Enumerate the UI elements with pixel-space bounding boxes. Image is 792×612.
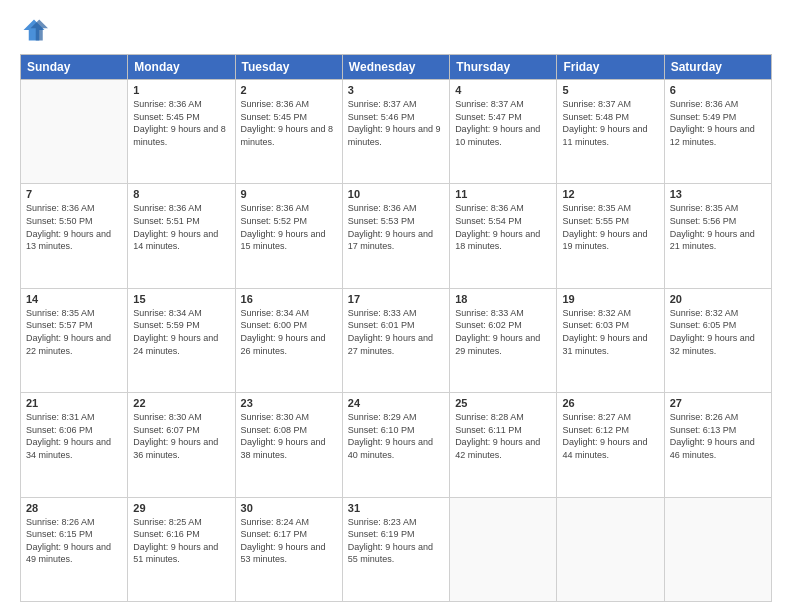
day-number: 21 (26, 397, 122, 409)
day-info: Sunrise: 8:33 AMSunset: 6:01 PMDaylight:… (348, 307, 444, 357)
day-number: 5 (562, 84, 658, 96)
weekday-header-sunday: Sunday (21, 55, 128, 80)
day-info: Sunrise: 8:35 AMSunset: 5:55 PMDaylight:… (562, 202, 658, 252)
day-info: Sunrise: 8:26 AMSunset: 6:13 PMDaylight:… (670, 411, 766, 461)
calendar-cell: 10Sunrise: 8:36 AMSunset: 5:53 PMDayligh… (342, 184, 449, 288)
day-number: 30 (241, 502, 337, 514)
day-info: Sunrise: 8:37 AMSunset: 5:46 PMDaylight:… (348, 98, 444, 148)
day-info: Sunrise: 8:26 AMSunset: 6:15 PMDaylight:… (26, 516, 122, 566)
weekday-header-tuesday: Tuesday (235, 55, 342, 80)
day-info: Sunrise: 8:36 AMSunset: 5:49 PMDaylight:… (670, 98, 766, 148)
day-number: 2 (241, 84, 337, 96)
day-number: 26 (562, 397, 658, 409)
day-info: Sunrise: 8:36 AMSunset: 5:45 PMDaylight:… (241, 98, 337, 148)
calendar-cell: 9Sunrise: 8:36 AMSunset: 5:52 PMDaylight… (235, 184, 342, 288)
day-info: Sunrise: 8:30 AMSunset: 6:08 PMDaylight:… (241, 411, 337, 461)
calendar-cell: 21Sunrise: 8:31 AMSunset: 6:06 PMDayligh… (21, 393, 128, 497)
calendar-cell: 3Sunrise: 8:37 AMSunset: 5:46 PMDaylight… (342, 80, 449, 184)
calendar-cell: 31Sunrise: 8:23 AMSunset: 6:19 PMDayligh… (342, 497, 449, 601)
day-number: 13 (670, 188, 766, 200)
day-number: 31 (348, 502, 444, 514)
calendar-cell: 23Sunrise: 8:30 AMSunset: 6:08 PMDayligh… (235, 393, 342, 497)
day-number: 6 (670, 84, 766, 96)
day-number: 9 (241, 188, 337, 200)
calendar-cell: 17Sunrise: 8:33 AMSunset: 6:01 PMDayligh… (342, 288, 449, 392)
calendar-cell: 2Sunrise: 8:36 AMSunset: 5:45 PMDaylight… (235, 80, 342, 184)
day-info: Sunrise: 8:35 AMSunset: 5:57 PMDaylight:… (26, 307, 122, 357)
calendar-header: SundayMondayTuesdayWednesdayThursdayFrid… (21, 55, 772, 80)
day-number: 11 (455, 188, 551, 200)
calendar-cell: 1Sunrise: 8:36 AMSunset: 5:45 PMDaylight… (128, 80, 235, 184)
calendar-cell (557, 497, 664, 601)
day-info: Sunrise: 8:36 AMSunset: 5:52 PMDaylight:… (241, 202, 337, 252)
calendar-cell: 22Sunrise: 8:30 AMSunset: 6:07 PMDayligh… (128, 393, 235, 497)
calendar-week-2: 7Sunrise: 8:36 AMSunset: 5:50 PMDaylight… (21, 184, 772, 288)
day-info: Sunrise: 8:35 AMSunset: 5:56 PMDaylight:… (670, 202, 766, 252)
weekday-header-wednesday: Wednesday (342, 55, 449, 80)
day-number: 23 (241, 397, 337, 409)
day-info: Sunrise: 8:25 AMSunset: 6:16 PMDaylight:… (133, 516, 229, 566)
weekday-header-thursday: Thursday (450, 55, 557, 80)
calendar-cell: 30Sunrise: 8:24 AMSunset: 6:17 PMDayligh… (235, 497, 342, 601)
day-info: Sunrise: 8:36 AMSunset: 5:51 PMDaylight:… (133, 202, 229, 252)
day-info: Sunrise: 8:36 AMSunset: 5:54 PMDaylight:… (455, 202, 551, 252)
weekday-header-row: SundayMondayTuesdayWednesdayThursdayFrid… (21, 55, 772, 80)
day-number: 29 (133, 502, 229, 514)
day-info: Sunrise: 8:33 AMSunset: 6:02 PMDaylight:… (455, 307, 551, 357)
day-number: 19 (562, 293, 658, 305)
calendar-cell: 6Sunrise: 8:36 AMSunset: 5:49 PMDaylight… (664, 80, 771, 184)
day-info: Sunrise: 8:30 AMSunset: 6:07 PMDaylight:… (133, 411, 229, 461)
day-info: Sunrise: 8:32 AMSunset: 6:03 PMDaylight:… (562, 307, 658, 357)
calendar-cell: 26Sunrise: 8:27 AMSunset: 6:12 PMDayligh… (557, 393, 664, 497)
day-number: 17 (348, 293, 444, 305)
day-info: Sunrise: 8:29 AMSunset: 6:10 PMDaylight:… (348, 411, 444, 461)
calendar-cell: 27Sunrise: 8:26 AMSunset: 6:13 PMDayligh… (664, 393, 771, 497)
day-info: Sunrise: 8:36 AMSunset: 5:53 PMDaylight:… (348, 202, 444, 252)
calendar-week-1: 1Sunrise: 8:36 AMSunset: 5:45 PMDaylight… (21, 80, 772, 184)
header (20, 16, 772, 44)
calendar-cell: 20Sunrise: 8:32 AMSunset: 6:05 PMDayligh… (664, 288, 771, 392)
day-number: 4 (455, 84, 551, 96)
day-info: Sunrise: 8:31 AMSunset: 6:06 PMDaylight:… (26, 411, 122, 461)
day-info: Sunrise: 8:37 AMSunset: 5:48 PMDaylight:… (562, 98, 658, 148)
day-number: 27 (670, 397, 766, 409)
logo-icon (20, 16, 48, 44)
day-number: 15 (133, 293, 229, 305)
day-number: 25 (455, 397, 551, 409)
calendar-cell: 18Sunrise: 8:33 AMSunset: 6:02 PMDayligh… (450, 288, 557, 392)
calendar-cell (450, 497, 557, 601)
day-number: 16 (241, 293, 337, 305)
day-number: 20 (670, 293, 766, 305)
calendar-cell (21, 80, 128, 184)
calendar-cell: 28Sunrise: 8:26 AMSunset: 6:15 PMDayligh… (21, 497, 128, 601)
logo (20, 16, 52, 44)
calendar-cell: 13Sunrise: 8:35 AMSunset: 5:56 PMDayligh… (664, 184, 771, 288)
day-info: Sunrise: 8:36 AMSunset: 5:45 PMDaylight:… (133, 98, 229, 148)
calendar-cell: 24Sunrise: 8:29 AMSunset: 6:10 PMDayligh… (342, 393, 449, 497)
day-number: 12 (562, 188, 658, 200)
calendar-cell: 8Sunrise: 8:36 AMSunset: 5:51 PMDaylight… (128, 184, 235, 288)
calendar-week-4: 21Sunrise: 8:31 AMSunset: 6:06 PMDayligh… (21, 393, 772, 497)
weekday-header-monday: Monday (128, 55, 235, 80)
day-info: Sunrise: 8:27 AMSunset: 6:12 PMDaylight:… (562, 411, 658, 461)
page: SundayMondayTuesdayWednesdayThursdayFrid… (0, 0, 792, 612)
calendar-week-5: 28Sunrise: 8:26 AMSunset: 6:15 PMDayligh… (21, 497, 772, 601)
day-number: 22 (133, 397, 229, 409)
calendar-week-3: 14Sunrise: 8:35 AMSunset: 5:57 PMDayligh… (21, 288, 772, 392)
day-number: 10 (348, 188, 444, 200)
calendar-cell: 4Sunrise: 8:37 AMSunset: 5:47 PMDaylight… (450, 80, 557, 184)
day-number: 3 (348, 84, 444, 96)
calendar-cell: 12Sunrise: 8:35 AMSunset: 5:55 PMDayligh… (557, 184, 664, 288)
day-number: 1 (133, 84, 229, 96)
day-info: Sunrise: 8:34 AMSunset: 6:00 PMDaylight:… (241, 307, 337, 357)
day-number: 24 (348, 397, 444, 409)
calendar-cell: 11Sunrise: 8:36 AMSunset: 5:54 PMDayligh… (450, 184, 557, 288)
day-number: 28 (26, 502, 122, 514)
day-info: Sunrise: 8:32 AMSunset: 6:05 PMDaylight:… (670, 307, 766, 357)
day-info: Sunrise: 8:28 AMSunset: 6:11 PMDaylight:… (455, 411, 551, 461)
weekday-header-friday: Friday (557, 55, 664, 80)
calendar-cell: 29Sunrise: 8:25 AMSunset: 6:16 PMDayligh… (128, 497, 235, 601)
day-number: 18 (455, 293, 551, 305)
day-info: Sunrise: 8:34 AMSunset: 5:59 PMDaylight:… (133, 307, 229, 357)
calendar-cell: 7Sunrise: 8:36 AMSunset: 5:50 PMDaylight… (21, 184, 128, 288)
